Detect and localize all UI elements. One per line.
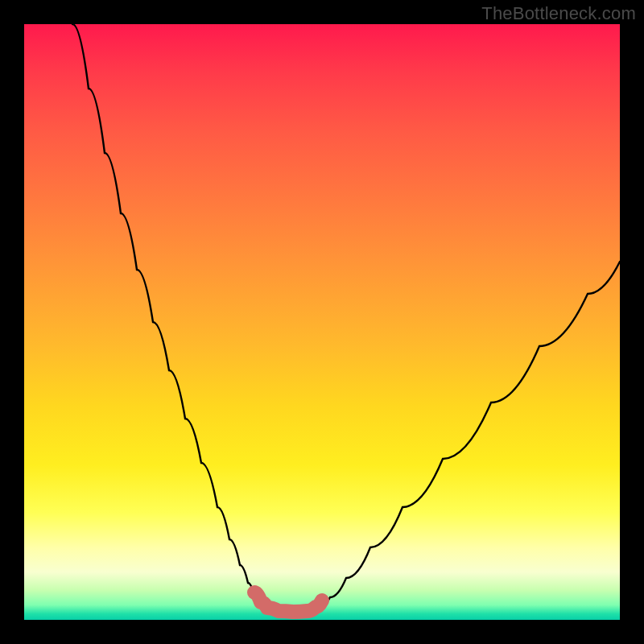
outer-frame: TheBottleneck.com: [0, 0, 644, 644]
bottleneck-curve-left: [72, 24, 266, 609]
watermark-text: TheBottleneck.com: [481, 3, 636, 24]
plot-area: [24, 24, 620, 620]
curve-svg: [24, 24, 620, 620]
bottleneck-curve-right: [319, 262, 620, 609]
highlight-markers: [254, 592, 322, 612]
